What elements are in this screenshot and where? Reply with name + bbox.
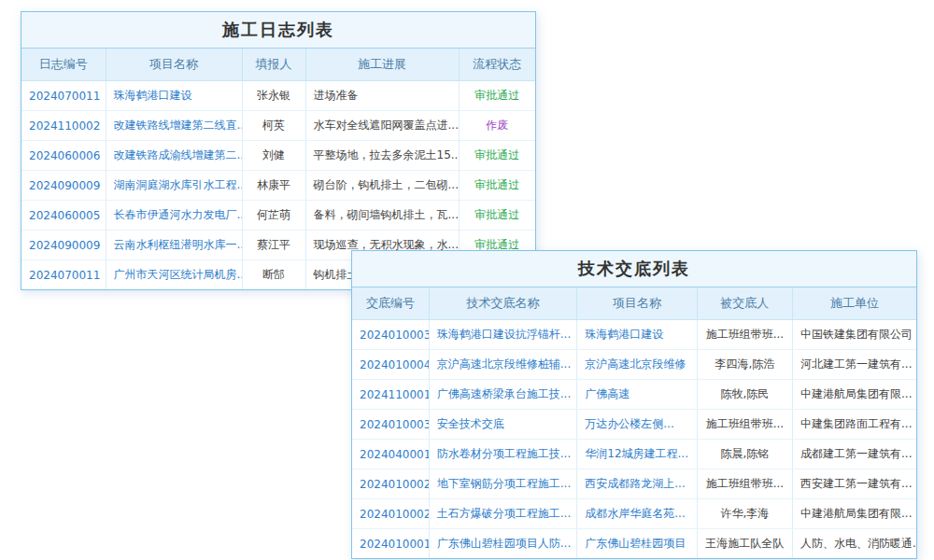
project-name-link[interactable]: 广州市天河区统计局机房... bbox=[106, 260, 242, 290]
table-row: 2024010004 京沪高速北京段维修桩辅... 京沪高速北京段维修 李四海,… bbox=[352, 350, 916, 380]
header-row: 日志编号 项目名称 填报人 施工进展 流程状态 bbox=[21, 49, 535, 81]
progress-cell: 进场准备 bbox=[305, 81, 459, 111]
disclosed-person-cell: 施工班组带班... bbox=[697, 410, 792, 440]
disclosed-person-cell: 陈牧,陈民 bbox=[697, 380, 792, 410]
col-header-disclosure-name: 技术交底名称 bbox=[429, 287, 577, 320]
disclosure-id-link[interactable]: 2024010003 bbox=[352, 320, 429, 350]
table-row: 2024010002 地下室钢筋分项工程施工... 西安成都路龙湖上... 施工… bbox=[352, 469, 916, 499]
progress-cell: 平整场地，拉去多余泥土15... bbox=[305, 141, 459, 171]
table-row: 2024010003 安全技术交底 万达办公楼左侧... 施工班组带班... 中… bbox=[352, 410, 916, 440]
disclosure-name-link[interactable]: 土石方爆破分项工程施工... bbox=[429, 499, 577, 529]
construction-unit-cell: 河北建工第一建筑有... bbox=[793, 350, 916, 380]
disclosure-name-link[interactable]: 地下室钢筋分项工程施工... bbox=[429, 469, 577, 499]
reporter-cell: 林康平 bbox=[242, 171, 305, 201]
table-row: 2024110002 改建铁路线增建第二线直... 柯英 水车对全线遮阳网覆盖点… bbox=[21, 111, 535, 141]
construction-unit-cell: 中建集团路面工程有... bbox=[793, 410, 916, 440]
progress-cell: 备料，砌间墙钩机排土，瓦... bbox=[305, 201, 459, 231]
status-badge: 审批通过 bbox=[459, 171, 535, 201]
log-id-link[interactable]: 2024070011 bbox=[21, 81, 106, 111]
construction-unit-cell: 人防、水电、消防暖通... bbox=[793, 529, 916, 559]
disclosure-id-link[interactable]: 2024110001 bbox=[352, 380, 429, 410]
reporter-cell: 蔡江平 bbox=[242, 231, 305, 260]
disclosure-name-link[interactable]: 防水卷材分项工程施工技... bbox=[429, 440, 577, 469]
col-header-status: 流程状态 bbox=[459, 49, 535, 81]
reporter-cell: 刘健 bbox=[242, 141, 305, 171]
log-id-link[interactable]: 2024110002 bbox=[21, 111, 106, 141]
col-header-disclosed-person: 被交底人 bbox=[697, 287, 792, 320]
technical-disclosure-title: 技术交底列表 bbox=[352, 251, 916, 287]
disclosed-person-cell: 陈晨,陈铭 bbox=[697, 440, 792, 469]
log-id-link[interactable]: 2024090009 bbox=[21, 171, 106, 201]
log-id-link[interactable]: 2024060006 bbox=[21, 141, 106, 171]
project-name-link[interactable]: 京沪高速北京段维修 bbox=[577, 350, 697, 380]
construction-unit-cell: 成都建工第一建筑有... bbox=[793, 440, 916, 469]
project-name-link[interactable]: 云南水利枢纽潜明水库一... bbox=[106, 231, 242, 260]
project-name-link[interactable]: 改建铁路成渝线增建第二... bbox=[106, 141, 242, 171]
project-name-link[interactable]: 成都水岸华庭名苑... bbox=[577, 499, 697, 529]
table-row: 2024090009 湖南洞庭湖水库引水工程... 林康平 砌台阶，钩机排土，二… bbox=[21, 171, 535, 201]
project-name-link[interactable]: 改建铁路线增建第二线直... bbox=[106, 111, 242, 141]
disclosure-name-link[interactable]: 安全技术交底 bbox=[429, 410, 577, 440]
col-header-log-id: 日志编号 bbox=[21, 49, 106, 81]
construction-unit-cell: 西安建工第一建筑有... bbox=[793, 469, 916, 499]
construction-log-title: 施工日志列表 bbox=[21, 12, 535, 49]
table-row: 2024040001 防水卷材分项工程施工技... 华润12城房建工程... 陈… bbox=[352, 440, 916, 469]
project-name-link[interactable]: 华润12城房建工程... bbox=[577, 440, 697, 469]
disclosed-person-cell: 施工班组带班... bbox=[697, 469, 792, 499]
log-id-link[interactable]: 2024090009 bbox=[21, 231, 106, 260]
project-name-link[interactable]: 湖南洞庭湖水库引水工程... bbox=[106, 171, 242, 201]
construction-unit-cell: 中建港航局集团有限... bbox=[793, 499, 916, 529]
table-row: 2024060006 改建铁路成渝线增建第二... 刘健 平整场地，拉去多余泥土… bbox=[21, 141, 535, 171]
disclosed-person-cell: 施工班组带班... bbox=[697, 320, 792, 350]
col-header-project-name: 项目名称 bbox=[106, 49, 242, 81]
header-row: 交底编号 技术交底名称 项目名称 被交底人 施工单位 bbox=[352, 287, 916, 320]
disclosure-id-link[interactable]: 2024010002 bbox=[352, 469, 429, 499]
construction-log-panel: 施工日志列表 日志编号 项目名称 填报人 施工进展 流程状态 202407001… bbox=[21, 11, 536, 290]
status-badge: 作废 bbox=[459, 111, 535, 141]
reporter-cell: 张永银 bbox=[242, 81, 305, 111]
technical-disclosure-table: 交底编号 技术交底名称 项目名称 被交底人 施工单位 2024010003 珠海… bbox=[352, 287, 916, 558]
disclosed-person-cell: 王海施工队全队 bbox=[697, 529, 792, 559]
disclosure-id-link[interactable]: 2024040001 bbox=[352, 440, 429, 469]
construction-unit-cell: 中建港航局集团有限... bbox=[793, 380, 916, 410]
disclosure-name-link[interactable]: 广东佛山碧桂园项目人防... bbox=[429, 529, 577, 559]
project-name-link[interactable]: 长春市伊通河水力发电厂... bbox=[106, 201, 242, 231]
project-name-link[interactable]: 广佛高速 bbox=[577, 380, 697, 410]
table-row: 2024110001 广佛高速桥梁承台施工技... 广佛高速 陈牧,陈民 中建港… bbox=[352, 380, 916, 410]
construction-unit-cell: 中国铁建集团有限公司 bbox=[793, 320, 916, 350]
col-header-project-name: 项目名称 bbox=[577, 287, 697, 320]
disclosed-person-cell: 许华,李海 bbox=[697, 499, 792, 529]
table-row: 2024070011 珠海鹤港口建设 张永银 进场准备 审批通过 bbox=[21, 81, 535, 111]
project-name-link[interactable]: 广东佛山碧桂园项目 bbox=[577, 529, 697, 559]
log-id-link[interactable]: 2024060005 bbox=[21, 201, 106, 231]
technical-disclosure-panel: 技术交底列表 交底编号 技术交底名称 项目名称 被交底人 施工单位 202401… bbox=[351, 250, 917, 559]
table-row: 2024010001 广东佛山碧桂园项目人防... 广东佛山碧桂园项目 王海施工… bbox=[352, 529, 916, 559]
table-row: 2024010002 土石方爆破分项工程施工... 成都水岸华庭名苑... 许华… bbox=[352, 499, 916, 529]
reporter-cell: 断郜 bbox=[242, 260, 305, 290]
log-id-link[interactable]: 2024070011 bbox=[21, 260, 106, 290]
col-header-reporter: 填报人 bbox=[242, 49, 305, 81]
disclosure-id-link[interactable]: 2024010004 bbox=[352, 350, 429, 380]
disclosure-name-link[interactable]: 珠海鹤港口建设抗浮锚杆... bbox=[429, 320, 577, 350]
disclosure-id-link[interactable]: 2024010001 bbox=[352, 529, 429, 559]
disclosed-person-cell: 李四海,陈浩 bbox=[697, 350, 792, 380]
project-name-link[interactable]: 万达办公楼左侧... bbox=[577, 410, 697, 440]
reporter-cell: 柯英 bbox=[242, 111, 305, 141]
status-badge: 审批通过 bbox=[459, 81, 535, 111]
status-badge: 审批通过 bbox=[459, 201, 535, 231]
disclosure-id-link[interactable]: 2024010002 bbox=[352, 499, 429, 529]
progress-cell: 水车对全线遮阳网覆盖点进... bbox=[305, 111, 459, 141]
disclosure-name-link[interactable]: 京沪高速北京段维修桩辅... bbox=[429, 350, 577, 380]
disclosure-id-link[interactable]: 2024010003 bbox=[352, 410, 429, 440]
project-name-link[interactable]: 西安成都路龙湖上... bbox=[577, 469, 697, 499]
table-row: 2024010003 珠海鹤港口建设抗浮锚杆... 珠海鹤港口建设 施工班组带班… bbox=[352, 320, 916, 350]
technical-disclosure-body: 2024010003 珠海鹤港口建设抗浮锚杆... 珠海鹤港口建设 施工班组带班… bbox=[352, 320, 916, 559]
disclosure-name-link[interactable]: 广佛高速桥梁承台施工技... bbox=[429, 380, 577, 410]
project-name-link[interactable]: 珠海鹤港口建设 bbox=[577, 320, 697, 350]
status-badge: 审批通过 bbox=[459, 141, 535, 171]
col-header-construction-unit: 施工单位 bbox=[793, 287, 916, 320]
table-row: 2024060005 长春市伊通河水力发电厂... 何芷萌 备料，砌间墙钩机排土… bbox=[21, 201, 535, 231]
progress-cell: 砌台阶，钩机排土，二包砌... bbox=[305, 171, 459, 201]
project-name-link[interactable]: 珠海鹤港口建设 bbox=[106, 81, 242, 111]
reporter-cell: 何芷萌 bbox=[242, 201, 305, 231]
